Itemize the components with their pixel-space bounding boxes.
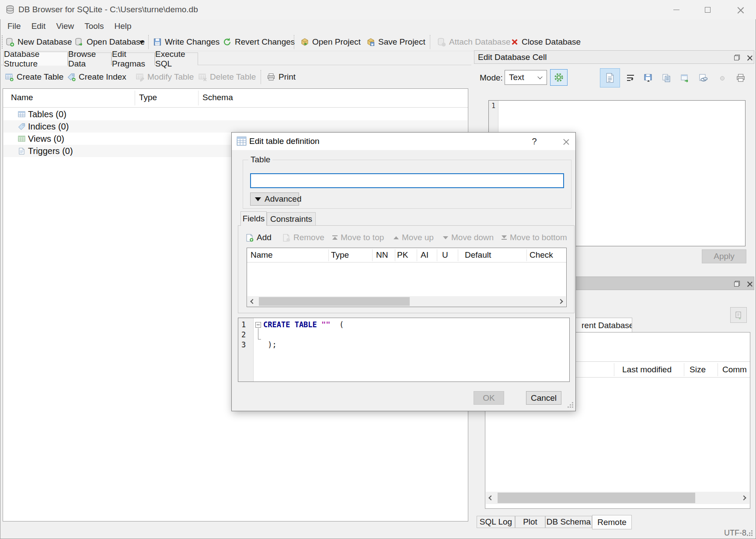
revert-changes-button[interactable]: Revert Changes (223, 33, 295, 51)
chevron-left-icon (488, 495, 493, 500)
tab-browse-data[interactable]: Browse Data (68, 52, 111, 65)
add-icon (245, 234, 254, 242)
tab-sql-log[interactable]: SQL Log (477, 516, 515, 528)
tree-row-indices[interactable]: Indices (0) (3, 120, 467, 133)
dialog-resize-grip[interactable] (568, 406, 569, 408)
print-cell-button[interactable] (733, 70, 749, 86)
fields-horizontal-scrollbar[interactable] (247, 296, 566, 307)
dialog-title-bar[interactable]: Edit table definition ? (232, 133, 575, 150)
column-header-schema[interactable]: Schema (202, 93, 233, 102)
open-in-external-button[interactable] (677, 70, 693, 86)
maximize-button[interactable] (697, 3, 718, 17)
menu-edit[interactable]: Edit (26, 21, 51, 32)
menu-view[interactable]: View (51, 21, 79, 32)
panel-float-button[interactable] (732, 52, 742, 63)
add-field-button[interactable]: Add (245, 230, 272, 245)
column-header-ai[interactable]: AI (421, 250, 429, 260)
text-mode-button[interactable] (600, 68, 620, 88)
panel-float-button[interactable] (732, 279, 742, 289)
column-divider[interactable] (684, 363, 684, 376)
menu-help[interactable]: Help (109, 21, 137, 32)
dialog-help-button[interactable]: ? (527, 135, 541, 148)
toolbar-drag-handle[interactable] (2, 35, 3, 49)
tree-row-tables[interactable]: Tables (0) (3, 108, 467, 120)
tab-fields[interactable]: Fields (240, 211, 267, 226)
minimize-button[interactable] (666, 3, 686, 17)
edit-database-cell-panel-header[interactable]: Edit Database Cell (474, 50, 754, 64)
column-header-check[interactable]: Check (530, 250, 553, 260)
column-header-default[interactable]: Default (465, 250, 491, 260)
open-window-icon (680, 73, 690, 83)
toolbar-separator (148, 35, 149, 49)
tab-db-schema[interactable]: DB Schema (545, 516, 592, 528)
scroll-left-arrow[interactable] (247, 296, 258, 307)
auto-switch-mode-button[interactable] (550, 69, 568, 86)
move-to-top-icon (332, 235, 338, 240)
scrollbar-thumb[interactable] (498, 493, 695, 503)
column-divider[interactable] (198, 91, 199, 105)
advanced-toggle-button[interactable]: Advanced (250, 192, 299, 206)
scroll-left-arrow[interactable] (486, 492, 496, 504)
tab-remote[interactable]: Remote (592, 515, 632, 529)
column-header-u[interactable]: U (442, 250, 448, 260)
open-database-dropdown-arrow[interactable] (139, 41, 144, 44)
cancel-button[interactable]: Cancel (526, 391, 561, 405)
link-cell-button[interactable] (695, 70, 711, 86)
code-fold-icon[interactable] (255, 322, 261, 328)
column-divider[interactable] (395, 249, 395, 261)
scroll-right-arrow[interactable] (739, 492, 749, 504)
dialog-close-button[interactable] (559, 135, 573, 148)
tab-constraints[interactable]: Constraints (267, 212, 316, 226)
panel-close-button[interactable] (744, 279, 755, 289)
word-wrap-button[interactable] (623, 70, 638, 86)
column-divider[interactable] (526, 249, 527, 261)
scrollbar-thumb[interactable] (259, 297, 410, 306)
encoding-indicator[interactable]: UTF-8 (724, 528, 746, 538)
window-resize-grip[interactable] (747, 535, 748, 536)
sql-preview: 1 2 3 CREATE TABLE "" ( ); (238, 318, 570, 382)
column-divider[interactable] (417, 249, 417, 261)
main-toolbar: New Database Open Database Write Changes… (0, 33, 756, 51)
import-data-button[interactable] (640, 70, 656, 86)
dialog-title: Edit table definition (249, 136, 320, 146)
column-divider[interactable] (372, 249, 373, 261)
panel-close-button[interactable] (744, 52, 755, 63)
tab-edit-pragmas[interactable]: Edit Pragmas (111, 52, 155, 65)
create-table-button[interactable]: Create Table (5, 66, 63, 88)
column-header-type[interactable]: Type (139, 93, 157, 102)
scroll-right-arrow[interactable] (555, 296, 566, 307)
column-header-pk[interactable]: PK (397, 250, 408, 260)
tab-database-structure[interactable]: Database Structure (3, 52, 68, 66)
create-index-button[interactable]: Create Index (67, 66, 126, 88)
close-button[interactable] (730, 3, 750, 17)
column-divider[interactable] (328, 249, 329, 261)
column-divider[interactable] (135, 91, 135, 105)
open-project-button[interactable]: Open Project (300, 33, 361, 51)
print-button[interactable]: Print (267, 66, 296, 88)
tab-plot[interactable]: Plot (515, 516, 545, 528)
new-database-button[interactable]: New Database (5, 33, 72, 51)
export-data-button[interactable] (658, 70, 674, 86)
column-header-last-modified[interactable]: Last modified (622, 365, 672, 374)
column-header-name[interactable]: Name (251, 250, 273, 260)
open-database-button[interactable]: Open Database (74, 33, 145, 51)
remote-horizontal-scrollbar[interactable] (486, 492, 749, 504)
menu-file[interactable]: File (2, 21, 26, 32)
column-divider[interactable] (718, 363, 718, 376)
tab-execute-sql[interactable]: Execute SQL (155, 52, 198, 65)
column-header-nn[interactable]: NN (376, 250, 388, 260)
column-header-commit[interactable]: Comm (722, 365, 747, 374)
write-changes-button[interactable]: Write Changes (153, 33, 219, 51)
save-project-button[interactable]: Save Project (366, 33, 425, 51)
column-header-name[interactable]: Name (11, 93, 33, 102)
mode-select[interactable]: Text (505, 70, 547, 85)
menu-tools[interactable]: Tools (79, 21, 109, 32)
sql-code: CREATE TABLE "" ( ); (263, 320, 344, 350)
column-header-size[interactable]: Size (690, 365, 706, 374)
table-name-input[interactable] (250, 173, 564, 188)
close-database-button[interactable]: Close Database (511, 33, 581, 51)
column-divider[interactable] (437, 249, 437, 261)
column-header-type[interactable]: Type (331, 250, 349, 260)
column-divider[interactable] (614, 363, 614, 376)
column-divider[interactable] (458, 249, 458, 261)
